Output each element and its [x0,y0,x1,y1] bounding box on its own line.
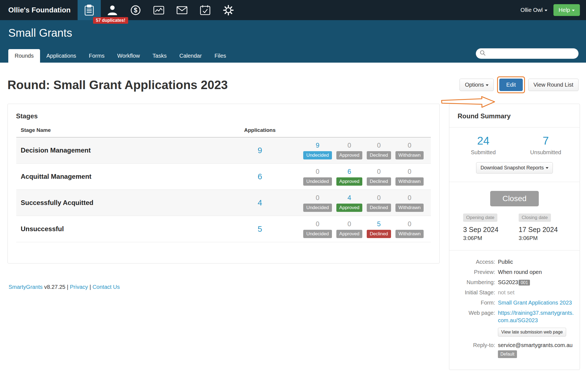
undecided-cell: 9 Undecided [302,142,333,159]
approved-badge: Approved [336,177,363,186]
annotation-highlight-box: Edit [497,76,525,93]
help-button[interactable]: Help [553,4,580,16]
gear-icon [222,4,234,16]
undecided-count-link[interactable]: 0 [302,194,333,202]
withdrawn-count-link[interactable]: 0 [392,194,427,202]
nav-reports-tile[interactable] [147,0,170,20]
declined-badge: Declined [367,230,391,238]
nav-mail-tile[interactable] [170,0,194,20]
undecided-count-link[interactable]: 9 [302,142,333,149]
withdrawn-cell: 0 Withdrawn [392,194,427,212]
access-value: Public [498,258,574,266]
closing-date-label: Closing date [519,214,551,222]
chart-icon [153,4,165,16]
declined-count-link[interactable]: 0 [366,142,392,149]
approved-count-link[interactable]: 0 [333,220,366,228]
tab-rounds[interactable]: Rounds [8,49,40,63]
round-summary-panel: Round Summary 24 Submitted 7 Unsubmitted… [449,104,580,370]
undecided-badge: Undecided [303,204,332,212]
stage-name: Acquittal Management [21,173,218,180]
chevron-down-icon [545,10,547,11]
submitted-label: Submitted [452,149,514,156]
undecided-count-link[interactable]: 0 [302,168,333,175]
access-label: Access: [452,258,498,266]
withdrawn-count-link[interactable]: 0 [392,168,427,175]
smartygrants-link[interactable]: SmartyGrants [9,284,43,290]
declined-count-link[interactable]: 0 [366,194,392,202]
numbering-value: SG2023 [498,279,518,285]
approved-cell: 0 Approved [333,220,366,238]
app-header: Small Grants Rounds Applications Forms W… [0,20,586,63]
edit-button[interactable]: Edit [499,79,522,91]
tab-tasks[interactable]: Tasks [146,49,173,63]
download-snapshot-reports-button[interactable]: Download Snapshot Reports [476,162,553,174]
duplicates-badge[interactable]: 57 duplicates! [93,17,128,24]
applications-total-link[interactable]: 4 [258,198,262,207]
approved-count-link[interactable]: 4 [333,194,366,202]
form-label: Form: [452,299,498,306]
approved-count-link[interactable]: 0 [333,142,366,149]
undecided-badge: Undecided [303,230,332,238]
tab-forms[interactable]: Forms [83,49,111,63]
view-late-submission-button[interactable]: View late submission web page [498,328,566,337]
svg-text:$: $ [134,7,138,14]
approved-cell: 6 Approved [333,168,366,186]
undecided-badge: Undecided [303,177,332,186]
calendar-icon [199,4,211,16]
withdrawn-count-link[interactable]: 0 [392,142,427,149]
preview-label: Preview: [452,268,498,276]
stage-name: Successfully Acquitted [21,199,218,207]
unsubmitted-label: Unsubmitted [514,149,577,156]
undecided-badge: Undecided [303,151,332,159]
submission-counts: 24 Submitted 7 Unsubmitted [449,127,580,157]
nav-calendar-tile[interactable] [194,0,217,20]
tab-workflow[interactable]: Workflow [111,49,146,63]
tab-calendar[interactable]: Calendar [173,49,208,63]
privacy-link[interactable]: Privacy [70,284,88,290]
col-applications: Applications [218,127,302,133]
initial-stage-label: Initial Stage: [452,289,498,296]
form-link[interactable]: Small Grant Applications 2023 [498,300,572,306]
webpage-link[interactable]: https://training37.smartygrants.com.au/S… [498,310,574,323]
clipboard-icon [83,4,95,16]
round-dates: Opening date 3 Sep 2024 3:06PM Closing d… [449,206,580,250]
declined-count-link[interactable]: 0 [366,168,392,175]
stage-name: Decision Management [21,146,218,154]
undecided-count-link[interactable]: 0 [302,220,333,228]
approved-count-link[interactable]: 6 [333,168,366,175]
opening-date: 3 Sep 2024 [463,226,519,234]
withdrawn-count-link[interactable]: 0 [392,220,427,228]
tab-applications[interactable]: Applications [40,49,83,63]
brand[interactable]: Ollie's Foundation [0,0,78,20]
col-stage-name: Stage Name [21,127,218,133]
version-text: v8.27.25 [44,284,65,290]
applications-total-link[interactable]: 6 [258,172,262,181]
declined-count-link[interactable]: 5 [366,220,392,228]
withdrawn-badge: Withdrawn [395,204,424,212]
withdrawn-cell: 0 Withdrawn [392,142,427,159]
view-round-list-button[interactable]: View Round List [528,79,579,91]
closing-date: 17 Sep 2024 [519,226,574,234]
approved-badge: Approved [336,230,363,238]
nav-settings-tile[interactable] [217,0,240,20]
contact-us-link[interactable]: Contact Us [93,284,120,290]
applications-total-link[interactable]: 5 [258,225,262,233]
round-details: Access: Public Preview: When round open … [449,250,580,370]
submitted-count[interactable]: 24 [452,135,514,147]
tab-files[interactable]: Files [208,49,233,63]
declined-cell: 0 Declined [366,142,392,159]
unsubmitted-count[interactable]: 7 [514,135,577,147]
declined-badge: Declined [367,151,391,159]
declined-badge: Declined [367,177,391,186]
replyto-email: service@smartygrants.com.au [498,342,572,348]
applications-total-link[interactable]: 9 [258,146,262,155]
round-summary-title: Round Summary [449,104,580,127]
table-row: Unsuccessful 5 0 Undecided 0 Approved 5 [16,216,431,242]
user-menu[interactable]: Ollie Owl [521,7,547,13]
opening-date-label: Opening date [463,214,497,222]
declined-badge: Declined [367,204,391,212]
initial-stage-value: not set [498,289,574,296]
options-button[interactable]: Options [460,79,494,91]
undecided-cell: 0 Undecided [302,220,333,238]
search-input[interactable] [488,50,575,57]
